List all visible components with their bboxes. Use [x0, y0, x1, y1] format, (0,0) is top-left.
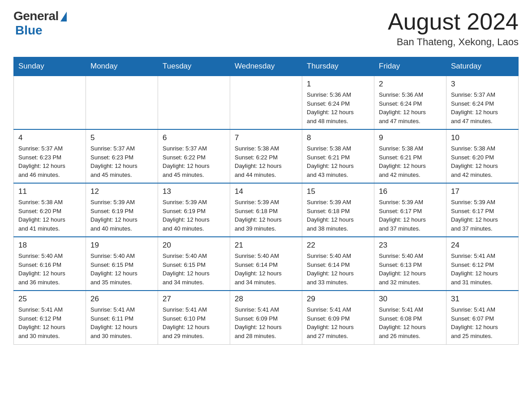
day-info: Sunrise: 5:41 AMSunset: 6:12 PMDaylight:…	[451, 252, 514, 287]
logo-blue-text: Blue	[15, 23, 43, 38]
day-info: Sunrise: 5:41 AMSunset: 6:08 PMDaylight:…	[379, 305, 442, 340]
day-info: Sunrise: 5:37 AMSunset: 6:24 PMDaylight:…	[451, 90, 514, 125]
day-info: Sunrise: 5:38 AMSunset: 6:21 PMDaylight:…	[307, 144, 369, 179]
day-number: 21	[235, 241, 297, 250]
calendar-cell: 26Sunrise: 5:41 AMSunset: 6:11 PMDayligh…	[86, 291, 158, 344]
day-info: Sunrise: 5:41 AMSunset: 6:12 PMDaylight:…	[18, 305, 81, 340]
day-number: 29	[307, 295, 369, 304]
day-number: 23	[379, 241, 442, 250]
day-info: Sunrise: 5:40 AMSunset: 6:16 PMDaylight:…	[18, 252, 81, 287]
title-area: August 2024 Ban Thateng, Xekong, Laos	[388, 9, 519, 48]
logo: General Blue	[13, 9, 67, 38]
day-header-tuesday: Tuesday	[158, 57, 230, 76]
day-info: Sunrise: 5:40 AMSunset: 6:14 PMDaylight:…	[307, 252, 369, 287]
calendar-cell: 12Sunrise: 5:39 AMSunset: 6:19 PMDayligh…	[86, 183, 158, 237]
day-header-thursday: Thursday	[302, 57, 374, 76]
day-info: Sunrise: 5:39 AMSunset: 6:17 PMDaylight:…	[451, 198, 514, 233]
calendar-cell: 17Sunrise: 5:39 AMSunset: 6:17 PMDayligh…	[446, 183, 519, 237]
day-info: Sunrise: 5:39 AMSunset: 6:18 PMDaylight:…	[235, 198, 297, 233]
day-number: 17	[451, 187, 514, 196]
day-number: 22	[307, 241, 369, 250]
day-info: Sunrise: 5:36 AMSunset: 6:24 PMDaylight:…	[379, 90, 442, 125]
day-number: 9	[379, 133, 442, 142]
day-number: 25	[18, 295, 81, 304]
day-number: 4	[18, 133, 81, 142]
day-number: 12	[90, 187, 153, 196]
day-info: Sunrise: 5:40 AMSunset: 6:14 PMDaylight:…	[235, 252, 297, 287]
day-number: 20	[163, 241, 225, 250]
day-info: Sunrise: 5:40 AMSunset: 6:15 PMDaylight:…	[90, 252, 153, 287]
logo-general-text: General	[13, 9, 59, 23]
day-number: 27	[163, 295, 225, 304]
calendar-cell: 2Sunrise: 5:36 AMSunset: 6:24 PMDaylight…	[374, 76, 446, 129]
day-info: Sunrise: 5:40 AMSunset: 6:15 PMDaylight:…	[163, 252, 225, 287]
day-info: Sunrise: 5:41 AMSunset: 6:07 PMDaylight:…	[451, 305, 514, 340]
day-number: 28	[235, 295, 297, 304]
day-number: 13	[163, 187, 225, 196]
month-title: August 2024	[388, 9, 519, 34]
calendar-cell: 19Sunrise: 5:40 AMSunset: 6:15 PMDayligh…	[86, 237, 158, 291]
day-header-sunday: Sunday	[14, 57, 86, 76]
day-info: Sunrise: 5:37 AMSunset: 6:22 PMDaylight:…	[163, 144, 225, 179]
day-number: 18	[18, 241, 81, 250]
day-header-saturday: Saturday	[446, 57, 519, 76]
calendar-cell: 7Sunrise: 5:38 AMSunset: 6:22 PMDaylight…	[230, 129, 302, 183]
calendar-table: SundayMondayTuesdayWednesdayThursdayFrid…	[13, 57, 519, 345]
calendar-cell: 18Sunrise: 5:40 AMSunset: 6:16 PMDayligh…	[14, 237, 86, 291]
calendar-cell: 27Sunrise: 5:41 AMSunset: 6:10 PMDayligh…	[158, 291, 230, 344]
day-number: 31	[451, 295, 514, 304]
day-number: 10	[451, 133, 514, 142]
calendar-cell: 16Sunrise: 5:39 AMSunset: 6:17 PMDayligh…	[374, 183, 446, 237]
day-info: Sunrise: 5:39 AMSunset: 6:19 PMDaylight:…	[90, 198, 153, 233]
day-number: 3	[451, 80, 514, 89]
logo-triangle-icon	[60, 12, 67, 21]
day-number: 15	[307, 187, 369, 196]
day-number: 1	[307, 80, 369, 89]
week-row-2: 4Sunrise: 5:37 AMSunset: 6:23 PMDaylight…	[14, 129, 519, 183]
day-number: 19	[90, 241, 153, 250]
calendar-cell: 22Sunrise: 5:40 AMSunset: 6:14 PMDayligh…	[302, 237, 374, 291]
day-number: 8	[307, 133, 369, 142]
calendar-cell: 23Sunrise: 5:40 AMSunset: 6:13 PMDayligh…	[374, 237, 446, 291]
calendar-cell: 10Sunrise: 5:38 AMSunset: 6:20 PMDayligh…	[446, 129, 519, 183]
week-row-4: 18Sunrise: 5:40 AMSunset: 6:16 PMDayligh…	[14, 237, 519, 291]
calendar-cell: 30Sunrise: 5:41 AMSunset: 6:08 PMDayligh…	[374, 291, 446, 344]
day-info: Sunrise: 5:36 AMSunset: 6:24 PMDaylight:…	[307, 90, 369, 125]
calendar-cell: 20Sunrise: 5:40 AMSunset: 6:15 PMDayligh…	[158, 237, 230, 291]
day-header-row: SundayMondayTuesdayWednesdayThursdayFrid…	[14, 57, 519, 76]
day-info: Sunrise: 5:41 AMSunset: 6:09 PMDaylight:…	[307, 305, 369, 340]
day-number: 14	[235, 187, 297, 196]
calendar-cell: 6Sunrise: 5:37 AMSunset: 6:22 PMDaylight…	[158, 129, 230, 183]
calendar-cell: 31Sunrise: 5:41 AMSunset: 6:07 PMDayligh…	[446, 291, 519, 344]
calendar-cell	[14, 76, 86, 129]
calendar-cell	[230, 76, 302, 129]
calendar-cell: 9Sunrise: 5:38 AMSunset: 6:21 PMDaylight…	[374, 129, 446, 183]
day-info: Sunrise: 5:40 AMSunset: 6:13 PMDaylight:…	[379, 252, 442, 287]
day-number: 5	[90, 133, 153, 142]
day-info: Sunrise: 5:38 AMSunset: 6:22 PMDaylight:…	[235, 144, 297, 179]
day-number: 11	[18, 187, 81, 196]
day-info: Sunrise: 5:39 AMSunset: 6:18 PMDaylight:…	[307, 198, 369, 233]
day-number: 16	[379, 187, 442, 196]
calendar-cell: 24Sunrise: 5:41 AMSunset: 6:12 PMDayligh…	[446, 237, 519, 291]
calendar-cell: 11Sunrise: 5:38 AMSunset: 6:20 PMDayligh…	[14, 183, 86, 237]
day-info: Sunrise: 5:37 AMSunset: 6:23 PMDaylight:…	[18, 144, 81, 179]
calendar-cell: 3Sunrise: 5:37 AMSunset: 6:24 PMDaylight…	[446, 76, 519, 129]
calendar-cell: 15Sunrise: 5:39 AMSunset: 6:18 PMDayligh…	[302, 183, 374, 237]
calendar-cell: 21Sunrise: 5:40 AMSunset: 6:14 PMDayligh…	[230, 237, 302, 291]
day-number: 24	[451, 241, 514, 250]
week-row-5: 25Sunrise: 5:41 AMSunset: 6:12 PMDayligh…	[14, 291, 519, 344]
calendar-cell: 4Sunrise: 5:37 AMSunset: 6:23 PMDaylight…	[14, 129, 86, 183]
day-info: Sunrise: 5:38 AMSunset: 6:20 PMDaylight:…	[18, 198, 81, 233]
week-row-3: 11Sunrise: 5:38 AMSunset: 6:20 PMDayligh…	[14, 183, 519, 237]
day-number: 2	[379, 80, 442, 89]
day-number: 6	[163, 133, 225, 142]
day-info: Sunrise: 5:39 AMSunset: 6:17 PMDaylight:…	[379, 198, 442, 233]
calendar-cell	[86, 76, 158, 129]
day-info: Sunrise: 5:38 AMSunset: 6:20 PMDaylight:…	[451, 144, 514, 179]
day-header-wednesday: Wednesday	[230, 57, 302, 76]
day-info: Sunrise: 5:41 AMSunset: 6:11 PMDaylight:…	[90, 305, 153, 340]
day-info: Sunrise: 5:37 AMSunset: 6:23 PMDaylight:…	[90, 144, 153, 179]
day-number: 7	[235, 133, 297, 142]
day-header-friday: Friday	[374, 57, 446, 76]
